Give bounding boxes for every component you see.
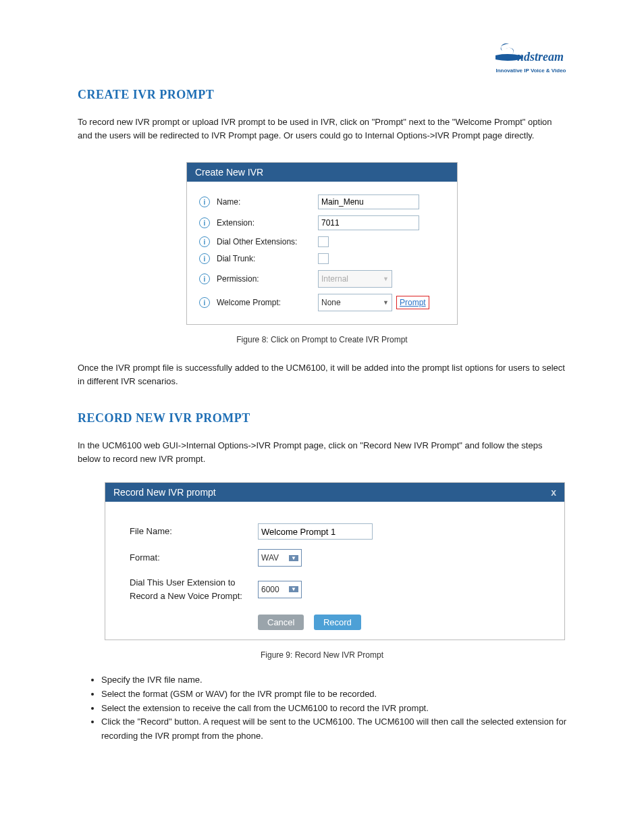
record-button[interactable]: Record bbox=[314, 615, 361, 630]
welcome-prompt-label: Welcome Prompt: bbox=[217, 298, 318, 307]
logo: ndstream Innovative IP Voice & Video bbox=[495, 41, 566, 74]
intro-text-1: To record new IVR prompt or upload IVR p… bbox=[78, 115, 566, 142]
figure-caption-9: Figure 9: Record New IVR Prompt bbox=[78, 650, 566, 660]
file-name-label: File Name: bbox=[130, 525, 258, 538]
bullet-list: Specify the IVR file name. Select the fo… bbox=[78, 673, 566, 744]
info-icon[interactable]: i bbox=[199, 217, 210, 228]
dial-ext-select[interactable]: 6000 ▼ bbox=[258, 581, 302, 598]
name-input[interactable] bbox=[318, 194, 419, 209]
permission-label: Permission: bbox=[217, 274, 318, 284]
logo-tagline: Innovative IP Voice & Video bbox=[495, 68, 566, 74]
extension-label: Extension: bbox=[217, 218, 318, 228]
info-icon[interactable]: i bbox=[199, 273, 210, 284]
cancel-button[interactable]: Cancel bbox=[258, 615, 304, 630]
name-label: Name: bbox=[217, 197, 318, 207]
dial-other-label: Dial Other Extensions: bbox=[217, 237, 318, 246]
panel-header-record-ivr: Record New IVR prompt x bbox=[105, 483, 564, 502]
prompt-link[interactable]: Prompt bbox=[396, 296, 429, 309]
dial-trunk-label: Dial Trunk: bbox=[217, 254, 318, 263]
create-ivr-panel: Create New IVR i Name: i Extension: i Di… bbox=[186, 162, 458, 325]
list-item: Click the "Record" button. A request wil… bbox=[101, 715, 566, 744]
permission-select: Internal ▼ bbox=[318, 270, 392, 288]
welcome-prompt-select[interactable]: None ▼ bbox=[318, 294, 392, 311]
dial-other-checkbox[interactable] bbox=[318, 236, 329, 247]
file-name-input[interactable] bbox=[258, 523, 373, 540]
figure-caption-8: Figure 8: Click on Prompt to Create IVR … bbox=[78, 335, 566, 344]
section-title-create-ivr: CREATE IVR PROMPT bbox=[78, 88, 566, 102]
list-item: Specify the IVR file name. bbox=[101, 673, 566, 687]
info-icon[interactable]: i bbox=[199, 197, 210, 207]
close-icon[interactable]: x bbox=[551, 487, 556, 498]
format-label: Format: bbox=[130, 551, 258, 565]
chevron-down-icon: ▼ bbox=[383, 299, 389, 306]
chevron-down-icon: ▼ bbox=[289, 555, 298, 561]
list-item: Select the format (GSM or WAV) for the I… bbox=[101, 687, 566, 702]
extension-input[interactable] bbox=[318, 215, 419, 230]
svg-text:ndstream: ndstream bbox=[517, 50, 564, 63]
info-icon[interactable]: i bbox=[199, 253, 210, 264]
intro-text-2: In the UCM6100 web GUI->Internal Options… bbox=[78, 439, 566, 465]
info-icon[interactable]: i bbox=[199, 297, 210, 308]
format-select[interactable]: WAV ▼ bbox=[258, 549, 302, 567]
record-ivr-panel: Record New IVR prompt x File Name: Forma… bbox=[105, 482, 565, 640]
chevron-down-icon: ▼ bbox=[383, 276, 389, 282]
chevron-down-icon: ▼ bbox=[289, 586, 298, 592]
panel-header-create-ivr: Create New IVR bbox=[187, 163, 457, 182]
list-item: Select the extension to receive the call… bbox=[101, 702, 566, 716]
section-title-record-ivr: RECORD NEW IVR PROMPT bbox=[78, 411, 566, 425]
info-icon[interactable]: i bbox=[199, 236, 210, 247]
outro-text-1: Once the IVR prompt file is successfully… bbox=[78, 361, 566, 388]
dial-ext-label: Dial This User Extension to Record a New… bbox=[130, 576, 258, 602]
grandstream-logo-icon: ndstream bbox=[495, 41, 566, 68]
dial-trunk-checkbox[interactable] bbox=[318, 253, 329, 264]
